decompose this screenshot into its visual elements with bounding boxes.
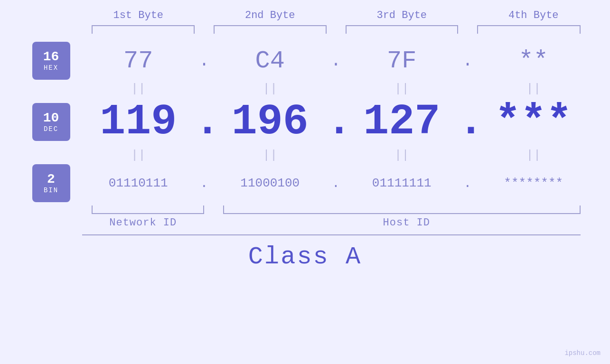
hex-dot1: . — [195, 51, 214, 71]
byte3-header: 3rd Byte — [346, 9, 459, 25]
hex-row: 16 HEX 77 . C4 . 7F . ** — [20, 42, 590, 80]
hex-badge: 16 HEX — [32, 42, 70, 80]
main-container: 1st Byte 2nd Byte 3rd Byte 4th Byte — [0, 0, 610, 364]
equals2: || — [214, 82, 327, 96]
hex-byte4: ** — [477, 47, 590, 75]
byte1-header: 1st Byte — [82, 9, 195, 25]
byte4-header: 4th Byte — [477, 9, 590, 25]
equals8: || — [477, 148, 590, 162]
dec-dot1: . — [195, 98, 214, 146]
bin-badge: 2 BIN — [32, 164, 70, 202]
hex-byte3: 7F — [346, 47, 459, 75]
bin-byte1: 01110111 — [82, 176, 195, 190]
byte2-header: 2nd Byte — [214, 9, 327, 25]
bin-row: 2 BIN 01110111 . 11000100 . 01111111 . *… — [20, 164, 590, 202]
bin-name: BIN — [44, 187, 58, 194]
dec-number: 10 — [43, 111, 59, 126]
equals7: || — [346, 148, 459, 162]
dec-dot3: . — [458, 98, 477, 146]
hex-number: 16 — [43, 50, 59, 65]
equals6: || — [214, 148, 327, 162]
network-id-label: Network ID — [82, 217, 205, 229]
bin-number: 2 — [47, 172, 55, 187]
watermark: ipshu.com — [564, 349, 601, 357]
dec-name: DEC — [44, 125, 58, 133]
dec-byte2: 196 — [214, 101, 327, 143]
equals4: || — [477, 82, 590, 96]
dec-badge: 10 DEC — [32, 103, 70, 141]
dec-row: 10 DEC 119 . 196 . 127 . *** — [20, 98, 590, 146]
hex-byte2: C4 — [214, 47, 327, 75]
bin-byte4: ******** — [477, 176, 590, 190]
equals5: || — [82, 148, 195, 162]
bin-dot1: . — [195, 176, 214, 191]
equals3: || — [346, 82, 459, 96]
dec-byte3: 127 — [346, 101, 459, 143]
dec-dot2: . — [327, 98, 346, 146]
hex-dot2: . — [327, 51, 346, 71]
bin-dot3: . — [458, 176, 477, 191]
hex-byte1: 77 — [82, 47, 195, 75]
hex-dot3: . — [458, 51, 477, 71]
class-label: Class A — [20, 243, 590, 271]
bin-byte3: 01111111 — [346, 176, 459, 190]
bin-byte2: 11000100 — [214, 176, 327, 190]
host-id-label: Host ID — [223, 217, 590, 229]
dec-byte1: 119 — [82, 101, 195, 143]
dec-byte4: *** — [477, 101, 590, 143]
hex-name: HEX — [44, 64, 58, 72]
bin-dot2: . — [327, 176, 346, 191]
equals1: || — [82, 82, 195, 96]
